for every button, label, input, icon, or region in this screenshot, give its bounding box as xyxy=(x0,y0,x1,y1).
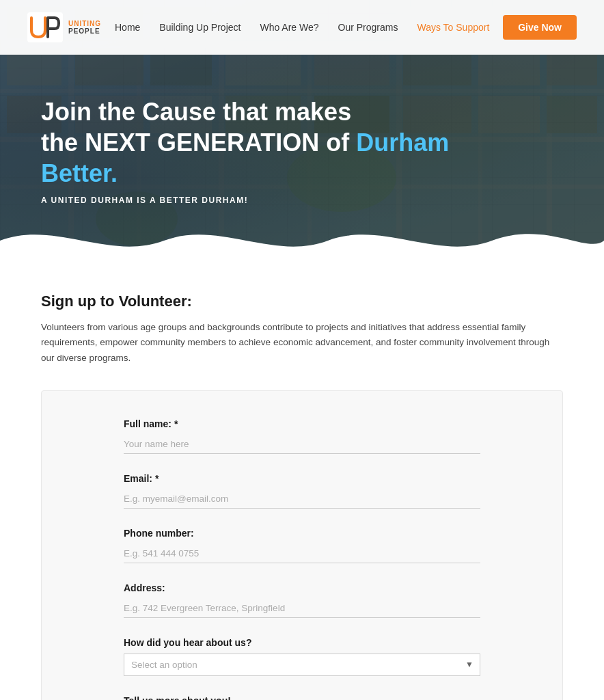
nav-ways[interactable]: Ways To Support xyxy=(417,22,489,33)
address-label: Address: xyxy=(124,582,480,593)
hero-subtitle: A United Durham is a Better Durham! xyxy=(41,196,451,205)
section-description: Volunteers from various age groups and b… xyxy=(41,320,563,366)
hear-label: How did you hear about us? xyxy=(124,637,480,648)
phone-input[interactable] xyxy=(124,544,480,563)
tellmore-label: Tell us more about you! xyxy=(124,695,480,700)
fullname-label: Full name: * xyxy=(124,418,480,429)
nav-programs[interactable]: Our Programs xyxy=(338,22,398,33)
navigation: UNITING PEOPLE Home Building Up Project … xyxy=(0,0,604,55)
fullname-input[interactable] xyxy=(124,435,480,454)
hero-title: Join the Cause that makes the NEXT GENER… xyxy=(41,96,451,189)
phone-group: Phone number: xyxy=(124,528,480,563)
email-input[interactable] xyxy=(124,489,480,509)
section-title: Sign up to Volunteer: xyxy=(41,293,563,310)
main-content: Sign up to Volunteer: Volunteers from va… xyxy=(0,260,604,700)
hero-content: Join the Cause that makes the NEXT GENER… xyxy=(41,96,451,205)
logo-top-text: UNITING xyxy=(68,20,101,27)
email-group: Email: * xyxy=(124,473,480,509)
hear-group: How did you hear about us? Select an opt… xyxy=(124,637,480,676)
volunteer-form-card: Full name: * Email: * Phone number: Addr… xyxy=(41,390,563,700)
nav-who[interactable]: Who Are We? xyxy=(260,22,318,33)
fullname-group: Full name: * xyxy=(124,418,480,454)
wave-divider xyxy=(0,220,604,260)
email-label: Email: * xyxy=(124,473,480,484)
hear-select[interactable]: Select an option Social Media Friend/Fam… xyxy=(124,654,480,676)
address-group: Address: xyxy=(124,582,480,618)
hear-select-wrapper: Select an option Social Media Friend/Fam… xyxy=(124,654,480,676)
give-now-button[interactable]: Give Now xyxy=(503,15,577,40)
address-input[interactable] xyxy=(124,599,480,618)
nav-building[interactable]: Building Up Project xyxy=(159,22,241,33)
tellmore-group: Tell us more about you! xyxy=(124,695,480,700)
logo-bottom-text: PEOPLE xyxy=(68,27,101,35)
phone-label: Phone number: xyxy=(124,528,480,539)
logo[interactable]: UNITING PEOPLE xyxy=(27,12,101,42)
nav-links: Home Building Up Project Who Are We? Our… xyxy=(115,21,489,33)
logo-icon xyxy=(27,12,63,42)
nav-home[interactable]: Home xyxy=(115,22,140,33)
